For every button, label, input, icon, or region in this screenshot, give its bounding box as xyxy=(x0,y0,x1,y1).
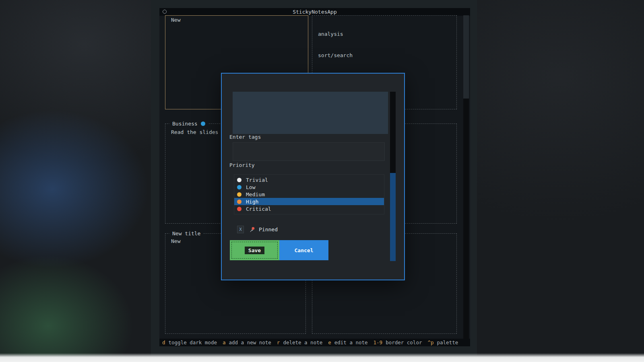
priority-dot-high-icon xyxy=(237,200,242,204)
hint-key-dark-mode: d xyxy=(162,339,165,346)
window-icon xyxy=(163,10,167,14)
priority-option-low[interactable]: Low xyxy=(234,183,384,191)
hint-label-dark-mode: toggle dark mode xyxy=(169,339,217,346)
priority-dot-medium-icon xyxy=(237,192,242,197)
hint-label-palette: palette xyxy=(437,339,458,346)
dialog-buttons: Save Cancel xyxy=(230,240,328,260)
note-title-text: New title xyxy=(172,230,200,237)
note-content-input[interactable] xyxy=(233,92,388,134)
priority-option-trivial[interactable]: Trivial xyxy=(234,176,384,183)
dialog-scrollbar-thumb[interactable] xyxy=(390,173,396,261)
hint-label-add-note: add a new note xyxy=(229,339,271,346)
priority-option-critical[interactable]: Critical xyxy=(234,205,384,212)
status-bar: d toggle dark mode a add a new note r de… xyxy=(159,339,470,346)
note-line: New xyxy=(165,16,308,25)
dialog-scrollbar[interactable] xyxy=(390,92,396,261)
priority-dot-trivial-icon xyxy=(237,178,242,182)
priority-dot-low-icon xyxy=(201,121,205,126)
hint-key-edit-note: e xyxy=(328,339,331,346)
pinned-checkbox[interactable]: X xyxy=(237,226,244,233)
pinned-row: X Pinned xyxy=(237,225,278,234)
save-button-label: Save xyxy=(245,247,264,254)
edit-note-dialog: Enter tags Priority Trivial Low Medium H… xyxy=(221,73,405,280)
hint-label-border-color: border color xyxy=(386,339,422,346)
pushpin-icon xyxy=(249,226,255,232)
title-bar: StickyNotesApp xyxy=(159,8,470,16)
hint-label-edit-note: edit a note xyxy=(334,339,368,346)
tags-input[interactable] xyxy=(233,142,385,161)
priority-option-medium[interactable]: Medium xyxy=(234,191,384,198)
tags-label: Enter tags xyxy=(229,134,261,140)
note-line: analysis xyxy=(318,31,451,38)
note-line: sort/search xyxy=(318,52,451,59)
save-button[interactable]: Save xyxy=(230,240,279,260)
priority-label: Priority xyxy=(229,162,255,168)
priority-option-high[interactable]: High xyxy=(234,198,384,205)
hint-key-add-note: a xyxy=(223,339,226,346)
priority-dot-critical-icon xyxy=(237,207,242,211)
desktop-bottom-glow xyxy=(0,353,644,362)
note-title: Business xyxy=(169,120,208,127)
app-scrollbar[interactable] xyxy=(463,15,469,339)
hint-key-border-color: 1-9 xyxy=(374,339,383,346)
app-title: StickyNotesApp xyxy=(293,9,337,15)
pinned-label: Pinned xyxy=(259,226,278,232)
hint-label-delete-note: delete a note xyxy=(283,339,322,346)
hint-key-palette: ^p xyxy=(427,339,433,346)
priority-dot-low-icon xyxy=(237,185,242,189)
priority-list: Trivial Low Medium High Critical xyxy=(234,174,384,214)
cancel-button[interactable]: Cancel xyxy=(279,240,328,260)
note-title: New title xyxy=(169,230,203,237)
app-scrollbar-thumb[interactable] xyxy=(463,15,469,99)
note-title-text: Business xyxy=(172,120,198,128)
hint-key-delete-note: r xyxy=(277,339,280,346)
